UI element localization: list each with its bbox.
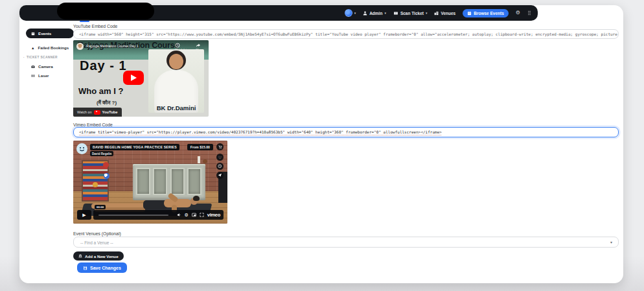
cabinet-door: [153, 168, 167, 195]
add-venue-button[interactable]: Add a New Venue: [73, 251, 124, 261]
progress-bar[interactable]: [98, 215, 168, 216]
heart-icon: ♡: [218, 155, 222, 159]
thumbnail-question-text: Who am I ?: [78, 86, 123, 96]
top-navbar: ▾ Admin ▾ Scan Ticket ▾ Venu: [19, 5, 538, 21]
youtube-embed-input[interactable]: <iframe width="560" height="315" src="ht…: [73, 29, 619, 39]
ticket-icon: [393, 11, 398, 16]
sidebar-item-label: Events: [38, 31, 51, 36]
watch-later-button[interactable]: [216, 163, 224, 170]
sidebar-section-label: TICKET SCANNER: [27, 56, 58, 59]
calendar-icon: [467, 11, 472, 16]
presenter-name: BK Dr.Damini: [148, 104, 204, 111]
sidebar-item-events[interactable]: Events: [26, 29, 74, 38]
cart-button[interactable]: [216, 143, 224, 150]
gear-icon[interactable]: ⚙: [516, 10, 520, 16]
fullscreen-icon[interactable]: [200, 213, 204, 217]
venue-select-placeholder: -- Find a Venue --: [80, 240, 113, 245]
settings-gear-icon[interactable]: ⚙: [185, 213, 189, 217]
play-triangle-icon: [131, 75, 137, 81]
admin-menu[interactable]: Admin ▾: [363, 11, 386, 16]
price-badge[interactable]: From $15.00: [187, 144, 213, 150]
thumbnail-question-hindi: (मैं कौन ?): [97, 100, 117, 106]
vimeo-embed-value: <iframe title="vimeo-player" src="https:…: [79, 130, 442, 134]
add-venue-label: Add a New Venue: [85, 254, 119, 259]
cabinet-door: [187, 168, 201, 195]
share-button[interactable]: [216, 172, 224, 179]
vimeo-wordmark: vimeo: [207, 212, 220, 218]
share-arrow-icon: [196, 43, 203, 48]
play-icon: ▶: [82, 213, 86, 218]
browse-events-button[interactable]: Browse Events: [463, 9, 509, 17]
admin-menu-label: Admin: [369, 11, 382, 16]
navbar-menu: ▾ Admin ▾ Scan Ticket ▾ Venu: [345, 5, 531, 21]
play-triangle-icon: [96, 111, 98, 112]
pip-icon[interactable]: [192, 213, 196, 217]
vimeo-video-title[interactable]: DAVID REGELIN HOME YOGA PRACTICE SERIES: [90, 144, 179, 150]
yellow-ball: [93, 182, 98, 187]
like-heart-button[interactable]: ♡: [216, 154, 224, 161]
clock-icon: [175, 43, 189, 48]
volume-icon[interactable]: [177, 213, 181, 217]
portrait-face: [169, 54, 183, 69]
yoga-person-hair: [193, 196, 200, 201]
caret-down-icon: ▾: [354, 11, 356, 15]
bullet-icon: ·: [23, 56, 25, 59]
user-avatar[interactable]: [345, 9, 352, 17]
cabinet-door: [136, 168, 150, 195]
building-icon: [434, 11, 439, 16]
save-changes-label: Save Changes: [90, 266, 121, 270]
video-title-overlay[interactable]: Rajyoga Meditation Course Day 1: [86, 44, 139, 48]
event-venues-label: Event Venues (Optional): [73, 231, 121, 236]
vimeo-embed-input[interactable]: <iframe title="vimeo-player" src="https:…: [73, 127, 619, 137]
sidebar-item-label: Failed Bookings: [38, 45, 69, 50]
save-icon: [83, 266, 87, 270]
youtube-embed-label: YouTube Embed Code: [73, 24, 117, 29]
youtube-video-preview[interactable]: Rajyoga Meditation Course Rajyoga Medita…: [73, 40, 209, 117]
player-controls: ⚙ vimeo: [177, 210, 220, 220]
bank-building-icon: [78, 254, 82, 258]
timestamp-bubble: 00:00: [95, 205, 106, 209]
venues-label: Venues: [441, 11, 455, 16]
calendar-icon: [31, 32, 35, 36]
vimeo-channel-avatar[interactable]: [76, 143, 87, 154]
chevron-down-icon: ▾: [610, 237, 612, 248]
save-changes-button[interactable]: Save Changes: [77, 262, 127, 273]
barcode-icon: [31, 74, 35, 78]
sidebar-item-laser[interactable]: Laser: [26, 73, 78, 78]
youtube-embed-value: <iframe width="560" height="315" src="ht…: [79, 32, 619, 36]
youtube-logo-icon: [94, 110, 100, 115]
scan-ticket-menu[interactable]: Scan Ticket ▾: [393, 11, 428, 16]
youtube-wordmark: YouTube: [102, 110, 118, 114]
vimeo-author[interactable]: David Regelin: [90, 151, 113, 156]
scan-ticket-label: Scan Ticket: [400, 11, 424, 16]
channel-avatar[interactable]: [76, 43, 84, 50]
thumbnail-day-text: Day - 1: [80, 58, 127, 73]
figurine: [198, 156, 200, 163]
warning-icon: ▲: [31, 46, 34, 50]
sidebar-item-camera[interactable]: Camera: [26, 64, 78, 69]
sidebar-section-ticket-scanner: · TICKET SCANNER: [23, 56, 58, 59]
caret-down-icon: ▾: [426, 11, 428, 15]
vimeo-play-button[interactable]: ▶: [77, 210, 91, 220]
sidebar-item-label: Camera: [38, 64, 53, 69]
youtube-play-button[interactable]: [123, 71, 144, 85]
browse-events-label: Browse Events: [474, 11, 504, 16]
user-avatar-menu[interactable]: ▾: [345, 9, 356, 17]
sidebar-item-label: Laser: [38, 73, 49, 78]
vimeo-video-preview[interactable]: DAVID REGELIN HOME YOGA PRACTICE SERIES …: [73, 141, 227, 224]
cabinet-door: [170, 168, 185, 195]
red-ball: [103, 162, 109, 168]
person-icon: [363, 11, 367, 16]
brown-ball: [203, 159, 207, 163]
watch-on-youtube-button[interactable]: Watch on YouTube: [73, 108, 122, 117]
sidebar-item-failed-bookings[interactable]: ▲ Failed Bookings: [26, 45, 78, 50]
grid-apps-icon[interactable]: [527, 10, 531, 16]
logo-redacted: [57, 3, 154, 19]
venues-menu[interactable]: Venues: [434, 11, 455, 16]
logo-accent: [80, 21, 89, 22]
watch-on-label: Watch on: [77, 110, 92, 114]
app-card: ▾ Admin ▾ Scan Ticket ▾ Venu: [19, 5, 623, 283]
camera-icon: [31, 65, 35, 69]
vimeo-control-bar[interactable]: ⚙ vimeo: [93, 210, 224, 220]
venue-select[interactable]: -- Find a Venue -- ▾: [73, 237, 619, 248]
